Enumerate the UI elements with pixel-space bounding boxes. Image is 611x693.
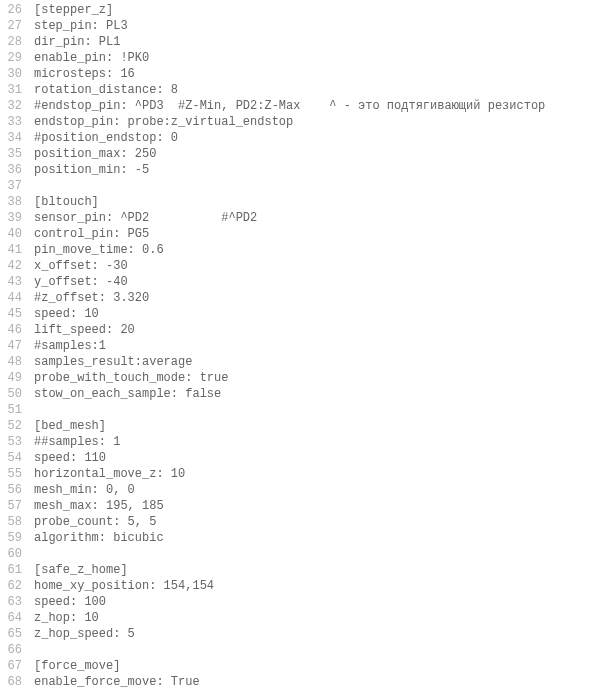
line-number: 47 xyxy=(4,338,22,354)
code-line[interactable]: enable_pin: !PK0 xyxy=(34,50,611,66)
code-line[interactable]: [safe_z_home] xyxy=(34,562,611,578)
line-number: 37 xyxy=(4,178,22,194)
code-line[interactable]: #z_offset: 3.320 xyxy=(34,290,611,306)
code-line[interactable]: y_offset: -40 xyxy=(34,274,611,290)
line-number: 33 xyxy=(4,114,22,130)
code-line[interactable]: home_xy_position: 154,154 xyxy=(34,578,611,594)
line-number: 67 xyxy=(4,658,22,674)
code-line[interactable]: enable_force_move: True xyxy=(34,674,611,690)
code-line[interactable]: sensor_pin: ^PD2 #^PD2 xyxy=(34,210,611,226)
code-line[interactable]: #samples:1 xyxy=(34,338,611,354)
code-line[interactable]: mesh_min: 0, 0 xyxy=(34,482,611,498)
code-line[interactable] xyxy=(34,642,611,658)
line-number: 32 xyxy=(4,98,22,114)
line-number: 56 xyxy=(4,482,22,498)
line-number: 34 xyxy=(4,130,22,146)
line-number-gutter: 2627282930313233343536373839404142434445… xyxy=(0,0,30,692)
code-line[interactable]: [stepper_z] xyxy=(34,2,611,18)
code-line[interactable]: stow_on_each_sample: false xyxy=(34,386,611,402)
code-line[interactable] xyxy=(34,546,611,562)
code-line[interactable]: probe_with_touch_mode: true xyxy=(34,370,611,386)
line-number: 53 xyxy=(4,434,22,450)
line-number: 64 xyxy=(4,610,22,626)
code-line[interactable]: [force_move] xyxy=(34,658,611,674)
line-number: 45 xyxy=(4,306,22,322)
code-line[interactable]: horizontal_move_z: 10 xyxy=(34,466,611,482)
code-line[interactable]: [bed_mesh] xyxy=(34,418,611,434)
code-line[interactable]: ##samples: 1 xyxy=(34,434,611,450)
code-line[interactable]: x_offset: -30 xyxy=(34,258,611,274)
line-number: 52 xyxy=(4,418,22,434)
code-line[interactable]: lift_speed: 20 xyxy=(34,322,611,338)
code-line[interactable]: microsteps: 16 xyxy=(34,66,611,82)
code-line[interactable]: endstop_pin: probe:z_virtual_endstop xyxy=(34,114,611,130)
line-number: 68 xyxy=(4,674,22,690)
line-number: 57 xyxy=(4,498,22,514)
line-number: 28 xyxy=(4,34,22,50)
line-number: 35 xyxy=(4,146,22,162)
code-line[interactable]: speed: 100 xyxy=(34,594,611,610)
line-number: 29 xyxy=(4,50,22,66)
code-line[interactable]: #position_endstop: 0 xyxy=(34,130,611,146)
line-number: 50 xyxy=(4,386,22,402)
line-number: 40 xyxy=(4,226,22,242)
code-line[interactable] xyxy=(34,178,611,194)
line-number: 63 xyxy=(4,594,22,610)
line-number: 46 xyxy=(4,322,22,338)
line-number: 48 xyxy=(4,354,22,370)
code-line[interactable]: algorithm: bicubic xyxy=(34,530,611,546)
line-number: 36 xyxy=(4,162,22,178)
line-number: 55 xyxy=(4,466,22,482)
line-number: 39 xyxy=(4,210,22,226)
code-line[interactable]: dir_pin: PL1 xyxy=(34,34,611,50)
line-number: 61 xyxy=(4,562,22,578)
line-number: 31 xyxy=(4,82,22,98)
code-line[interactable]: mesh_max: 195, 185 xyxy=(34,498,611,514)
line-number: 26 xyxy=(4,2,22,18)
code-line[interactable]: samples_result:average xyxy=(34,354,611,370)
line-number: 59 xyxy=(4,530,22,546)
code-line[interactable] xyxy=(34,402,611,418)
code-line[interactable]: speed: 10 xyxy=(34,306,611,322)
code-line[interactable]: pin_move_time: 0.6 xyxy=(34,242,611,258)
code-line[interactable]: z_hop_speed: 5 xyxy=(34,626,611,642)
code-line[interactable]: position_min: -5 xyxy=(34,162,611,178)
line-number: 42 xyxy=(4,258,22,274)
line-number: 30 xyxy=(4,66,22,82)
line-number: 60 xyxy=(4,546,22,562)
line-number: 51 xyxy=(4,402,22,418)
code-line[interactable]: #endstop_pin: ^PD3 #Z-Min, PD2:Z-Max ^ -… xyxy=(34,98,611,114)
line-number: 62 xyxy=(4,578,22,594)
line-number: 58 xyxy=(4,514,22,530)
line-number: 38 xyxy=(4,194,22,210)
code-content[interactable]: [stepper_z]step_pin: PL3dir_pin: PL1enab… xyxy=(30,0,611,692)
code-line[interactable]: z_hop: 10 xyxy=(34,610,611,626)
code-line[interactable]: control_pin: PG5 xyxy=(34,226,611,242)
line-number: 54 xyxy=(4,450,22,466)
code-line[interactable]: rotation_distance: 8 xyxy=(34,82,611,98)
line-number: 66 xyxy=(4,642,22,658)
line-number: 41 xyxy=(4,242,22,258)
code-line[interactable]: probe_count: 5, 5 xyxy=(34,514,611,530)
line-number: 44 xyxy=(4,290,22,306)
code-line[interactable]: speed: 110 xyxy=(34,450,611,466)
line-number: 27 xyxy=(4,18,22,34)
code-line[interactable]: step_pin: PL3 xyxy=(34,18,611,34)
code-line[interactable]: position_max: 250 xyxy=(34,146,611,162)
code-line[interactable]: [bltouch] xyxy=(34,194,611,210)
line-number: 43 xyxy=(4,274,22,290)
line-number: 65 xyxy=(4,626,22,642)
line-number: 49 xyxy=(4,370,22,386)
code-editor[interactable]: 2627282930313233343536373839404142434445… xyxy=(0,0,611,692)
